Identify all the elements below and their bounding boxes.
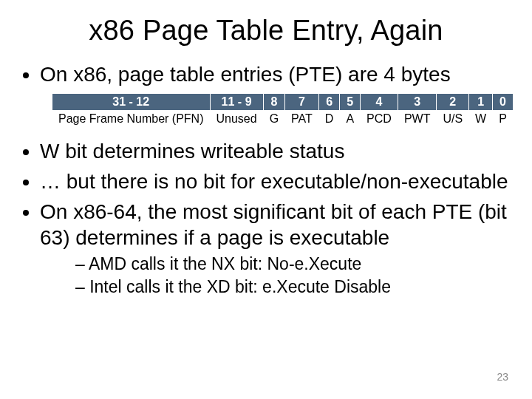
pte-h-7: 3 (398, 94, 437, 111)
pte-d-1: Unused (210, 111, 263, 128)
pte-h-2: 8 (263, 94, 284, 111)
pte-data-row: Page Frame Number (PFN) Unused G PAT D A… (52, 111, 514, 128)
pte-h-3: 7 (285, 94, 319, 111)
pte-h-9: 1 (469, 94, 493, 111)
sub-nx: AMD calls it the NX bit: No-e.Xecute (75, 253, 510, 275)
slide-title: x86 Page Table Entry, Again (22, 15, 510, 47)
pte-table: 31 - 12 11 - 9 8 7 6 5 4 3 2 1 0 Page Fr… (52, 93, 514, 128)
pte-d-8: U/S (437, 111, 469, 128)
bullet-exec: … but there is no bit for executable/non… (40, 168, 510, 194)
bullet-list-top: On x86, page table entries (PTE) are 4 b… (22, 61, 510, 87)
pte-h-4: 6 (318, 94, 340, 111)
pte-d-7: PWT (398, 111, 437, 128)
pte-header-row: 31 - 12 11 - 9 8 7 6 5 4 3 2 1 0 (52, 94, 514, 111)
bullet-x8664: On x86-64, the most significant bit of e… (40, 199, 510, 298)
pte-h-0: 31 - 12 (52, 94, 211, 111)
bullet-w: W bit determines writeable status (40, 138, 510, 164)
pte-h-8: 2 (437, 94, 469, 111)
pte-d-5: A (340, 111, 361, 128)
sub-xd: Intel calls it the XD bit: e.Xecute Disa… (75, 276, 510, 298)
sub-bullet-list: AMD calls it the NX bit: No-e.Xecute Int… (40, 253, 510, 298)
pte-d-9: W (469, 111, 493, 128)
bullet-intro: On x86, page table entries (PTE) are 4 b… (40, 61, 510, 87)
pte-d-0: Page Frame Number (PFN) (52, 111, 211, 128)
bullet-x8664-text: On x86-64, the most significant bit of e… (40, 200, 507, 249)
pte-d-6: PCD (361, 111, 398, 128)
slide: x86 Page Table Entry, Again On x86, page… (0, 0, 532, 399)
pte-d-10: P (493, 111, 514, 128)
page-number: 23 (497, 371, 508, 383)
pte-h-1: 11 - 9 (210, 94, 263, 111)
pte-h-6: 4 (361, 94, 398, 111)
pte-d-3: PAT (285, 111, 319, 128)
pte-h-10: 0 (493, 94, 514, 111)
pte-h-5: 5 (340, 94, 361, 111)
bullet-list-after: W bit determines writeable status … but … (22, 138, 510, 298)
pte-d-2: G (263, 111, 284, 128)
pte-d-4: D (318, 111, 340, 128)
